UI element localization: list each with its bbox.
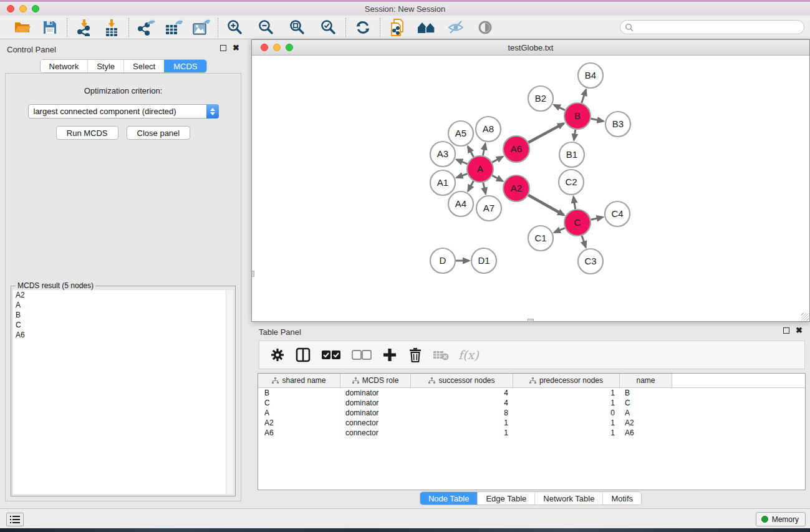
cell-shared_name[interactable]: A6: [258, 428, 340, 437]
cell-mcds_role[interactable]: dominator: [340, 399, 411, 407]
cell-successor[interactable]: 1: [411, 418, 513, 427]
network-window-titlebar[interactable]: testGlobe.txt: [252, 40, 809, 56]
edge-B-B2[interactable]: [554, 105, 565, 110]
cell-predecessor[interactable]: 0: [513, 409, 620, 417]
zoom-fit-icon[interactable]: [287, 17, 308, 37]
cell-shared_name[interactable]: C: [258, 399, 340, 407]
tab-style[interactable]: Style: [87, 60, 123, 72]
column-header-MCDS-role[interactable]: MCDS role: [340, 374, 411, 387]
import-table-icon[interactable]: [101, 17, 122, 37]
tab-network[interactable]: Network: [40, 60, 87, 72]
table-row[interactable]: A2connector11A2: [258, 418, 805, 428]
mcds-result-list[interactable]: A2ABCA6: [13, 290, 233, 494]
mcds-result-item[interactable]: A: [13, 300, 233, 310]
import-network-icon[interactable]: [74, 17, 95, 37]
export-table-icon[interactable]: [163, 17, 184, 37]
mcds-result-item[interactable]: B: [13, 310, 233, 320]
mcds-result-item[interactable]: C: [13, 320, 233, 330]
close-panel-button[interactable]: Close panel: [127, 126, 191, 140]
refresh-icon[interactable]: [352, 17, 374, 37]
edge-A-A5[interactable]: [468, 147, 473, 157]
edge-B-B3[interactable]: [591, 118, 604, 121]
column-settings-icon[interactable]: [269, 346, 286, 364]
run-mcds-button[interactable]: Run MCDS: [56, 126, 118, 140]
clone-network-icon[interactable]: [387, 17, 408, 37]
edge-A-A3[interactable]: [456, 160, 467, 164]
table-row[interactable]: Cdominator41C: [258, 398, 805, 408]
cell-mcds_role[interactable]: connector: [340, 428, 411, 437]
deselect-all-rows-icon[interactable]: [351, 346, 372, 364]
edge-C-C4[interactable]: [591, 217, 602, 220]
cell-predecessor[interactable]: 1: [513, 428, 620, 437]
cell-shared_name[interactable]: B: [258, 389, 340, 397]
criterion-dropdown[interactable]: largest connected component (directed): [28, 104, 219, 118]
cell-shared_name[interactable]: A: [258, 409, 340, 417]
mcds-result-item[interactable]: A6: [13, 330, 233, 340]
mcds-result-item[interactable]: A2: [13, 290, 233, 300]
column-header-shared-name[interactable]: shared name: [258, 374, 340, 387]
search-field[interactable]: [620, 20, 804, 34]
edge-C-C3[interactable]: [582, 236, 586, 247]
edge-C-C2[interactable]: [574, 197, 576, 210]
cell-successor[interactable]: 8: [411, 409, 513, 417]
tab-select[interactable]: Select: [123, 60, 164, 72]
resize-grip-icon[interactable]: [801, 313, 809, 321]
tab-mcds[interactable]: MCDS: [164, 60, 206, 72]
tab-motifs[interactable]: Motifs: [602, 492, 641, 505]
cell-successor[interactable]: 1: [411, 428, 513, 437]
splitter-handle[interactable]: [252, 271, 254, 277]
function-builder-icon[interactable]: f(x): [458, 348, 479, 362]
zoom-selected-icon[interactable]: [318, 17, 339, 37]
search-input[interactable]: [634, 22, 804, 33]
edge-A6-B[interactable]: [528, 123, 564, 143]
cell-mcds_role[interactable]: dominator: [340, 409, 411, 417]
edge-A-A7[interactable]: [483, 182, 486, 193]
close-panel-icon[interactable]: ✖: [233, 45, 239, 51]
cell-name[interactable]: A6: [620, 428, 672, 437]
cell-shared_name[interactable]: A2: [258, 418, 340, 427]
split-columns-icon[interactable]: [295, 346, 311, 364]
edge-A-A8[interactable]: [483, 144, 485, 156]
memory-button[interactable]: Memory: [756, 512, 806, 526]
edge-C-C1[interactable]: [554, 228, 565, 233]
network-canvas[interactable]: B4B2BB3A8A5A6A3B1AA1C2A2A4A7C4CC1C3DD1: [252, 56, 809, 321]
cell-successor[interactable]: 4: [411, 399, 513, 407]
edge-A-A2[interactable]: [492, 175, 503, 181]
column-header-predecessor-nodes[interactable]: predecessor nodes: [513, 374, 620, 387]
tab-node-table[interactable]: Node Table: [420, 492, 478, 505]
zoom-out-icon[interactable]: [256, 17, 277, 37]
table-row[interactable]: Adominator80A: [258, 408, 805, 418]
delete-table-icon[interactable]: [433, 346, 449, 364]
hide-graphics-details-icon[interactable]: [445, 17, 466, 37]
network-overview-icon[interactable]: [416, 17, 437, 37]
save-session-icon[interactable]: [39, 17, 60, 37]
table-row[interactable]: Bdominator41B: [258, 388, 805, 398]
delete-rows-icon[interactable]: [407, 346, 423, 364]
column-header-name[interactable]: name: [620, 374, 672, 387]
select-all-rows-icon[interactable]: [321, 346, 342, 364]
zoom-in-icon[interactable]: [224, 17, 246, 37]
cell-name[interactable]: A2: [620, 418, 672, 427]
table-row[interactable]: A6connector11A6: [258, 428, 805, 438]
export-image-icon[interactable]: [190, 17, 211, 37]
cell-predecessor[interactable]: 1: [513, 399, 620, 407]
cell-mcds_role[interactable]: dominator: [340, 389, 411, 397]
edge-A-A1[interactable]: [457, 174, 468, 178]
cell-name[interactable]: B: [620, 389, 672, 397]
cell-name[interactable]: A: [620, 409, 672, 417]
edge-B-B4[interactable]: [582, 90, 586, 103]
add-row-icon[interactable]: [382, 346, 398, 364]
tab-network-table[interactable]: Network Table: [534, 492, 602, 505]
cell-predecessor[interactable]: 1: [513, 389, 620, 397]
close-panel-icon[interactable]: ✖: [796, 327, 803, 334]
scrollbar-track[interactable]: [226, 290, 233, 494]
cell-predecessor[interactable]: 1: [513, 418, 620, 427]
splitter-handle[interactable]: [528, 319, 534, 322]
edge-A-A4[interactable]: [468, 181, 474, 191]
task-history-button[interactable]: [6, 513, 24, 526]
column-header-successor-nodes[interactable]: successor nodes: [411, 374, 513, 387]
tab-edge-table[interactable]: Edge Table: [477, 492, 534, 505]
export-network-icon[interactable]: [135, 17, 157, 37]
cell-mcds_role[interactable]: connector: [340, 418, 411, 427]
float-panel-icon[interactable]: [783, 327, 789, 334]
